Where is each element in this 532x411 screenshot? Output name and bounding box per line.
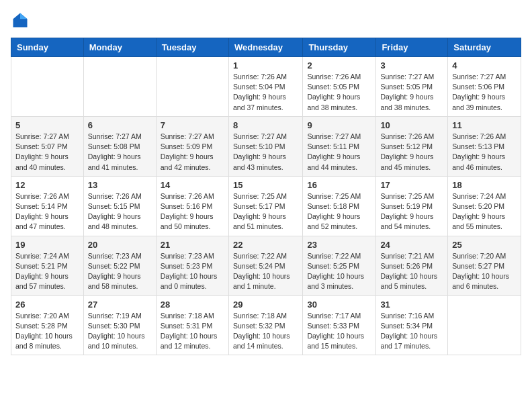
weekday-header-sunday: Sunday [11,38,84,57]
day-info: Sunrise: 7:27 AM Sunset: 5:06 PM Dayligh… [452,72,517,113]
day-number: 9 [307,120,371,130]
day-number: 12 [15,180,79,190]
day-number: 29 [233,300,298,310]
day-number: 4 [452,60,517,71]
day-info: Sunrise: 7:26 AM Sunset: 5:04 PM Dayligh… [233,72,298,113]
day-number: 21 [161,240,224,250]
calendar-cell: 23Sunrise: 7:22 AM Sunset: 5:25 PM Dayli… [303,236,376,295]
day-number: 24 [380,240,443,250]
day-info: Sunrise: 7:26 AM Sunset: 5:12 PM Dayligh… [380,132,443,173]
day-number: 27 [88,300,152,310]
calendar-cell: 25Sunrise: 7:20 AM Sunset: 5:27 PM Dayli… [448,236,521,295]
day-number: 26 [15,300,79,310]
calendar-cell: 11Sunrise: 7:26 AM Sunset: 5:13 PM Dayli… [448,116,521,176]
day-number: 1 [233,60,298,71]
calendar-cell: 24Sunrise: 7:21 AM Sunset: 5:26 PM Dayli… [376,236,448,295]
day-info: Sunrise: 7:27 AM Sunset: 5:09 PM Dayligh… [161,132,224,173]
weekday-header-friday: Friday [376,38,448,57]
day-number: 8 [233,120,298,130]
calendar-cell: 26Sunrise: 7:20 AM Sunset: 5:28 PM Dayli… [11,295,84,355]
calendar-cell: 14Sunrise: 7:26 AM Sunset: 5:16 PM Dayli… [156,176,228,236]
calendar-week-row: 19Sunrise: 7:24 AM Sunset: 5:21 PM Dayli… [11,236,521,295]
calendar-cell [156,57,228,117]
day-info: Sunrise: 7:25 AM Sunset: 5:19 PM Dayligh… [380,191,443,232]
day-number: 2 [307,60,371,71]
calendar-cell: 18Sunrise: 7:24 AM Sunset: 5:20 PM Dayli… [448,176,521,236]
day-info: Sunrise: 7:26 AM Sunset: 5:14 PM Dayligh… [15,191,79,232]
calendar-cell: 10Sunrise: 7:26 AM Sunset: 5:12 PM Dayli… [376,116,448,176]
day-info: Sunrise: 7:24 AM Sunset: 5:20 PM Dayligh… [452,191,517,232]
calendar-cell [448,295,521,355]
logo [11,11,32,30]
calendar-cell [11,57,84,117]
calendar-cell: 27Sunrise: 7:19 AM Sunset: 5:30 PM Dayli… [83,295,156,355]
calendar-cell: 5Sunrise: 7:27 AM Sunset: 5:07 PM Daylig… [11,116,84,176]
day-number: 3 [380,60,443,71]
calendar-cell: 12Sunrise: 7:26 AM Sunset: 5:14 PM Dayli… [11,176,84,236]
day-info: Sunrise: 7:21 AM Sunset: 5:26 PM Dayligh… [380,251,443,292]
day-number: 23 [307,240,371,250]
calendar-cell: 13Sunrise: 7:26 AM Sunset: 5:15 PM Dayli… [83,176,156,236]
day-number: 11 [452,120,517,130]
day-number: 15 [233,180,298,190]
calendar-cell [83,57,156,117]
day-info: Sunrise: 7:22 AM Sunset: 5:25 PM Dayligh… [307,251,371,292]
day-number: 7 [161,120,224,130]
day-info: Sunrise: 7:27 AM Sunset: 5:11 PM Dayligh… [307,132,371,173]
day-info: Sunrise: 7:26 AM Sunset: 5:13 PM Dayligh… [452,132,517,173]
day-number: 14 [161,180,224,190]
calendar-cell: 30Sunrise: 7:17 AM Sunset: 5:33 PM Dayli… [303,295,376,355]
calendar-cell: 16Sunrise: 7:25 AM Sunset: 5:18 PM Dayli… [303,176,376,236]
day-info: Sunrise: 7:20 AM Sunset: 5:27 PM Dayligh… [452,251,517,292]
calendar-week-row: 12Sunrise: 7:26 AM Sunset: 5:14 PM Dayli… [11,176,521,236]
day-number: 5 [15,120,79,130]
calendar-cell: 4Sunrise: 7:27 AM Sunset: 5:06 PM Daylig… [448,57,521,117]
day-info: Sunrise: 7:17 AM Sunset: 5:33 PM Dayligh… [307,311,371,352]
day-info: Sunrise: 7:25 AM Sunset: 5:17 PM Dayligh… [233,191,298,232]
day-info: Sunrise: 7:18 AM Sunset: 5:32 PM Dayligh… [233,311,298,352]
calendar-cell: 17Sunrise: 7:25 AM Sunset: 5:19 PM Dayli… [376,176,448,236]
calendar-week-row: 26Sunrise: 7:20 AM Sunset: 5:28 PM Dayli… [11,295,521,355]
calendar-cell: 8Sunrise: 7:27 AM Sunset: 5:10 PM Daylig… [228,116,302,176]
day-number: 6 [88,120,152,130]
day-number: 16 [307,180,371,190]
day-info: Sunrise: 7:20 AM Sunset: 5:28 PM Dayligh… [15,311,79,352]
day-info: Sunrise: 7:26 AM Sunset: 5:05 PM Dayligh… [307,72,371,113]
calendar-cell: 29Sunrise: 7:18 AM Sunset: 5:32 PM Dayli… [228,295,302,355]
calendar-cell: 21Sunrise: 7:23 AM Sunset: 5:23 PM Dayli… [156,236,228,295]
weekday-header-saturday: Saturday [448,38,521,57]
weekday-header-thursday: Thursday [303,38,376,57]
calendar-cell: 9Sunrise: 7:27 AM Sunset: 5:11 PM Daylig… [303,116,376,176]
day-info: Sunrise: 7:22 AM Sunset: 5:24 PM Dayligh… [233,251,298,292]
calendar-cell: 22Sunrise: 7:22 AM Sunset: 5:24 PM Dayli… [228,236,302,295]
calendar-week-row: 1Sunrise: 7:26 AM Sunset: 5:04 PM Daylig… [11,57,521,117]
day-number: 10 [380,120,443,130]
weekday-header-tuesday: Tuesday [156,38,228,57]
calendar-cell: 19Sunrise: 7:24 AM Sunset: 5:21 PM Dayli… [11,236,84,295]
calendar-cell: 31Sunrise: 7:16 AM Sunset: 5:34 PM Dayli… [376,295,448,355]
weekday-header-wednesday: Wednesday [228,38,302,57]
day-info: Sunrise: 7:27 AM Sunset: 5:10 PM Dayligh… [233,132,298,173]
weekday-header-row: SundayMondayTuesdayWednesdayThursdayFrid… [11,38,521,57]
day-info: Sunrise: 7:25 AM Sunset: 5:18 PM Dayligh… [307,191,371,232]
calendar-cell: 1Sunrise: 7:26 AM Sunset: 5:04 PM Daylig… [228,57,302,117]
day-number: 17 [380,180,443,190]
day-info: Sunrise: 7:23 AM Sunset: 5:23 PM Dayligh… [161,251,224,292]
calendar-cell: 15Sunrise: 7:25 AM Sunset: 5:17 PM Dayli… [228,176,302,236]
weekday-header-monday: Monday [83,38,156,57]
page-header [11,11,521,30]
day-info: Sunrise: 7:19 AM Sunset: 5:30 PM Dayligh… [88,311,152,352]
day-info: Sunrise: 7:27 AM Sunset: 5:07 PM Dayligh… [15,132,79,173]
calendar-week-row: 5Sunrise: 7:27 AM Sunset: 5:07 PM Daylig… [11,116,521,176]
svg-marker-1 [20,13,28,19]
calendar-cell: 20Sunrise: 7:23 AM Sunset: 5:22 PM Dayli… [83,236,156,295]
day-number: 31 [380,300,443,310]
calendar-cell: 6Sunrise: 7:27 AM Sunset: 5:08 PM Daylig… [83,116,156,176]
day-info: Sunrise: 7:24 AM Sunset: 5:21 PM Dayligh… [15,251,79,292]
day-number: 30 [307,300,371,310]
day-number: 18 [452,180,517,190]
calendar-cell: 2Sunrise: 7:26 AM Sunset: 5:05 PM Daylig… [303,57,376,117]
day-info: Sunrise: 7:18 AM Sunset: 5:31 PM Dayligh… [161,311,224,352]
day-info: Sunrise: 7:16 AM Sunset: 5:34 PM Dayligh… [380,311,443,352]
day-info: Sunrise: 7:26 AM Sunset: 5:15 PM Dayligh… [88,191,152,232]
